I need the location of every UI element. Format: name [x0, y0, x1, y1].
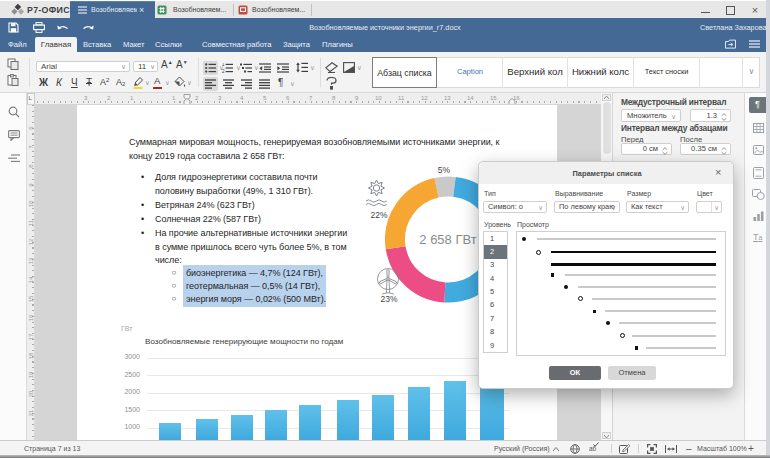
svg-text:1: 1: [222, 63, 225, 67]
svg-text:2: 2: [222, 69, 225, 73]
